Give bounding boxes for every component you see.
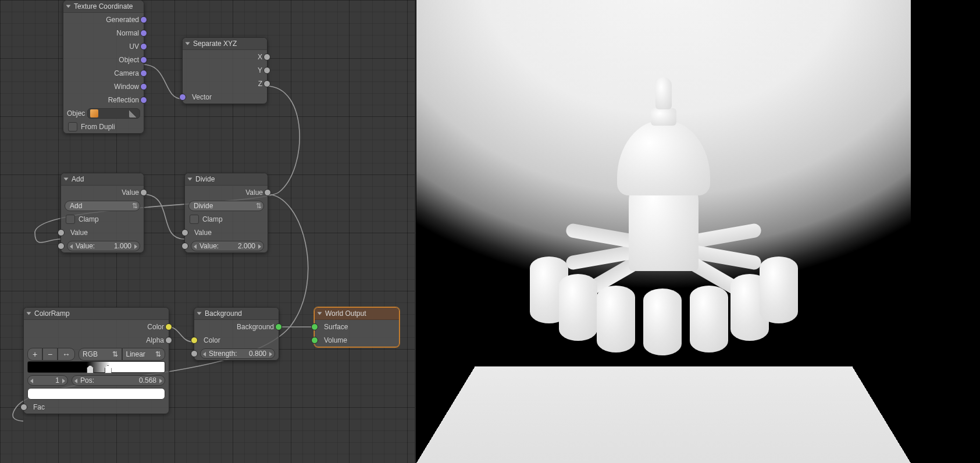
output-window[interactable]: Window [63, 80, 144, 93]
eyedropper-icon [129, 109, 137, 117]
node-world-output[interactable]: World Output Surface Volume [314, 307, 400, 347]
node-separate-xyz[interactable]: Separate XYZ X Y Z Vector [182, 37, 268, 104]
output-reflection[interactable]: Reflection [63, 93, 144, 106]
socket-icon[interactable] [140, 70, 147, 77]
socket-icon[interactable] [191, 350, 198, 357]
node-header[interactable]: Texture Coordinate [63, 1, 144, 13]
input-strength[interactable]: Strength:0.800 [194, 347, 279, 360]
socket-icon[interactable] [165, 323, 172, 330]
stop-controls: 1 Pos:0.568 [24, 373, 169, 387]
socket-icon[interactable] [263, 54, 270, 60]
input-value-1[interactable]: Value [185, 226, 268, 239]
output-alpha[interactable]: Alpha [24, 333, 169, 347]
output-camera[interactable]: Camera [63, 66, 144, 80]
output-value[interactable]: Value [185, 186, 268, 199]
output-normal[interactable]: Normal [63, 26, 144, 40]
output-y[interactable]: Y [183, 63, 267, 77]
socket-icon[interactable] [140, 56, 147, 63]
socket-icon[interactable] [264, 189, 271, 196]
input-value-1[interactable]: Value [61, 226, 144, 239]
output-value[interactable]: Value [61, 186, 144, 199]
socket-icon[interactable] [20, 404, 27, 411]
ramp-stop[interactable] [105, 365, 112, 373]
add-stop-button[interactable]: + [27, 348, 42, 361]
render-image [416, 0, 911, 463]
node-header[interactable]: Background [194, 308, 279, 320]
socket-icon[interactable] [140, 43, 147, 50]
checkbox-icon[interactable] [190, 215, 199, 224]
node-math-divide[interactable]: Divide Value Divide⇅ Clamp Value Value:2… [184, 173, 268, 253]
operation-select[interactable]: Divide⇅ [185, 199, 268, 212]
socket-icon[interactable] [140, 83, 147, 90]
socket-icon[interactable] [311, 337, 318, 344]
updown-icon: ⇅ [155, 350, 161, 358]
socket-icon[interactable] [58, 243, 65, 250]
stop-color[interactable] [24, 387, 169, 400]
checkbox-icon[interactable] [66, 215, 75, 224]
socket-icon[interactable] [165, 337, 172, 344]
node-editor[interactable]: Texture Coordinate Generated Normal UV O… [0, 0, 416, 463]
flip-button[interactable]: ↔ [58, 348, 75, 361]
stop-position[interactable]: Pos:0.568 [72, 375, 165, 386]
input-value-2[interactable]: Value:2.000 [185, 239, 268, 252]
node-header[interactable]: Add [61, 173, 144, 186]
socket-icon[interactable] [263, 67, 270, 74]
socket-icon[interactable] [181, 243, 188, 250]
object-label: Objec [67, 109, 85, 117]
input-volume[interactable]: Volume [315, 333, 399, 347]
node-background[interactable]: Background Background Color Strength:0.8… [194, 307, 279, 361]
checkbox-icon[interactable] [68, 122, 77, 131]
object-field[interactable] [87, 108, 140, 119]
cube-icon [90, 109, 98, 117]
output-z[interactable]: Z [183, 77, 267, 90]
socket-icon[interactable] [140, 16, 147, 23]
operation-select[interactable]: Add⇅ [61, 199, 144, 212]
stop-index[interactable]: 1 [27, 375, 68, 386]
socket-icon[interactable] [311, 323, 318, 330]
input-fac[interactable]: Fac [24, 400, 169, 414]
ramp-toolbar: + − ↔ RGB⇅ Linear⇅ [24, 347, 169, 360]
interp-select[interactable]: Linear⇅ [122, 348, 166, 361]
output-object[interactable]: Object [63, 53, 144, 66]
render-viewport[interactable] [416, 0, 980, 463]
node-header[interactable]: World Output [315, 308, 399, 320]
from-dupli-row[interactable]: From Dupli [63, 120, 144, 133]
remove-stop-button[interactable]: − [42, 348, 58, 361]
output-color[interactable]: Color [24, 320, 169, 333]
input-surface[interactable]: Surface [315, 320, 399, 333]
socket-icon[interactable] [263, 80, 270, 87]
node-title: Divide [195, 175, 215, 183]
node-header[interactable]: Divide [185, 173, 268, 186]
input-value-2[interactable]: Value:1.000 [61, 239, 144, 252]
colormode-select[interactable]: RGB⇅ [79, 348, 122, 361]
node-math-add[interactable]: Add Value Add⇅ Clamp Value Value:1.000 [60, 173, 144, 253]
input-color[interactable]: Color [194, 333, 279, 347]
socket-icon[interactable] [275, 323, 282, 330]
node-title: Separate XYZ [193, 40, 237, 48]
socket-icon[interactable] [58, 229, 65, 236]
input-vector[interactable]: Vector [183, 90, 267, 104]
clamp-row[interactable]: Clamp [185, 212, 268, 226]
output-x[interactable]: X [183, 50, 267, 63]
node-header[interactable]: Separate XYZ [183, 38, 267, 50]
node-texture-coordinate[interactable]: Texture Coordinate Generated Normal UV O… [63, 0, 144, 134]
socket-icon[interactable] [181, 229, 188, 236]
ramp-gradient[interactable] [24, 360, 169, 373]
node-colorramp[interactable]: ColorRamp Color Alpha + − ↔ RGB⇅ Linear⇅… [23, 307, 169, 414]
updown-icon: ⇅ [112, 350, 118, 358]
output-generated[interactable]: Generated [63, 13, 144, 26]
output-background[interactable]: Background [194, 320, 279, 333]
node-header[interactable]: ColorRamp [24, 308, 169, 320]
socket-icon[interactable] [191, 337, 198, 344]
clamp-row[interactable]: Clamp [61, 212, 144, 226]
panel-divider[interactable] [415, 0, 416, 463]
ramp-stop[interactable] [87, 365, 94, 373]
node-title: ColorRamp [34, 309, 70, 318]
socket-icon[interactable] [140, 97, 147, 104]
socket-icon[interactable] [179, 94, 186, 101]
node-title: Background [205, 309, 242, 318]
socket-icon[interactable] [140, 189, 147, 196]
output-uv[interactable]: UV [63, 40, 144, 53]
socket-icon[interactable] [140, 30, 147, 37]
node-title: World Output [325, 309, 366, 318]
